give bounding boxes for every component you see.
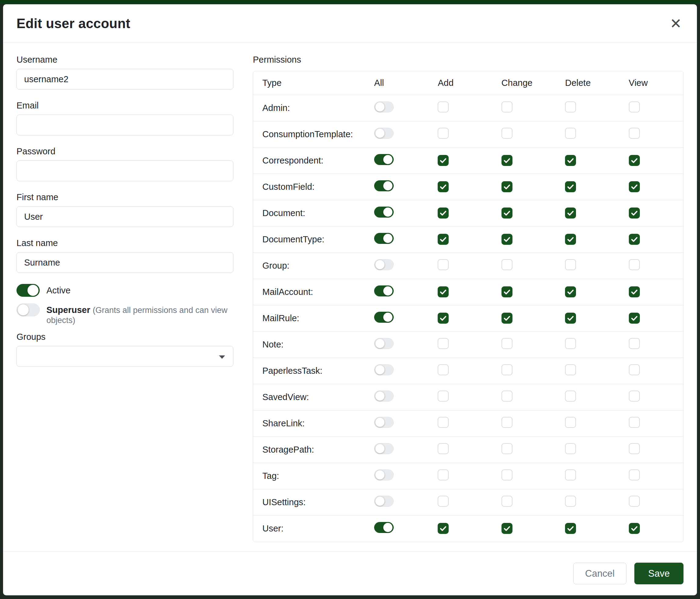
permission-view-checkbox[interactable]: [629, 234, 640, 245]
permission-all-toggle[interactable]: [374, 364, 394, 375]
permission-change-checkbox[interactable]: [501, 234, 512, 245]
permission-view-checkbox[interactable]: [629, 390, 640, 402]
permission-view-checkbox[interactable]: [629, 470, 640, 480]
permission-add-checkbox[interactable]: [438, 259, 449, 270]
permission-change-checkbox[interactable]: [501, 181, 512, 192]
permission-view-checkbox[interactable]: [629, 259, 640, 270]
active-toggle[interactable]: [17, 284, 40, 297]
permission-change-checkbox[interactable]: [501, 208, 512, 218]
superuser-toggle[interactable]: [17, 304, 40, 316]
permission-change-checkbox[interactable]: [501, 259, 512, 270]
permission-delete-checkbox[interactable]: [565, 338, 576, 349]
permission-view-checkbox[interactable]: [629, 181, 640, 192]
permission-add-checkbox[interactable]: [438, 234, 449, 245]
password-field[interactable]: [17, 161, 233, 181]
permission-all-toggle[interactable]: [374, 154, 394, 165]
permission-delete-checkbox[interactable]: [565, 259, 576, 270]
permission-change-checkbox[interactable]: [501, 496, 512, 507]
permission-change-checkbox[interactable]: [501, 128, 512, 139]
groups-select[interactable]: [17, 346, 233, 367]
permission-all-toggle[interactable]: [374, 259, 394, 270]
permission-add-checkbox[interactable]: [438, 364, 449, 375]
permission-all-toggle[interactable]: [374, 338, 394, 349]
permission-all-toggle[interactable]: [374, 180, 394, 191]
permission-change-checkbox[interactable]: [501, 338, 512, 349]
permission-all-toggle[interactable]: [374, 312, 394, 323]
permission-change-checkbox[interactable]: [501, 155, 512, 166]
permission-add-checkbox[interactable]: [438, 523, 449, 534]
last-name-field[interactable]: [17, 252, 233, 273]
permission-view-checkbox[interactable]: [629, 128, 640, 139]
permission-all-toggle[interactable]: [374, 417, 394, 428]
permission-delete-checkbox[interactable]: [565, 313, 576, 324]
username-input[interactable]: [17, 69, 233, 90]
permission-change-checkbox[interactable]: [501, 470, 512, 480]
permission-all-toggle[interactable]: [374, 128, 394, 139]
permission-view-checkbox[interactable]: [629, 313, 640, 324]
permission-delete-checkbox[interactable]: [565, 470, 576, 480]
permission-delete-checkbox[interactable]: [565, 286, 576, 297]
permission-view-checkbox[interactable]: [629, 155, 640, 166]
permission-delete-checkbox[interactable]: [565, 155, 576, 166]
permission-view-checkbox[interactable]: [629, 286, 640, 297]
permission-view-checkbox[interactable]: [629, 338, 640, 349]
email-field[interactable]: [17, 115, 233, 136]
permission-add-checkbox[interactable]: [438, 470, 449, 480]
permission-change-checkbox[interactable]: [501, 523, 512, 534]
permission-add-checkbox[interactable]: [438, 181, 449, 192]
permission-add-checkbox[interactable]: [438, 313, 449, 324]
permission-delete-checkbox[interactable]: [565, 523, 576, 534]
permission-change-checkbox[interactable]: [501, 417, 512, 428]
permission-view-checkbox[interactable]: [629, 364, 640, 375]
permission-change-checkbox[interactable]: [501, 364, 512, 375]
permission-add-checkbox[interactable]: [438, 128, 449, 139]
permission-all-toggle[interactable]: [374, 285, 394, 296]
permission-view-checkbox[interactable]: [629, 417, 640, 428]
close-icon[interactable]: ✕: [668, 15, 683, 32]
permission-add-checkbox[interactable]: [438, 155, 449, 166]
permission-all-toggle[interactable]: [374, 443, 394, 454]
permission-add-checkbox[interactable]: [438, 443, 449, 454]
permission-all-toggle[interactable]: [374, 101, 394, 113]
permission-all-toggle[interactable]: [374, 390, 394, 402]
permission-delete-checkbox[interactable]: [565, 496, 576, 507]
permission-delete-checkbox[interactable]: [565, 234, 576, 245]
first-name-field[interactable]: [17, 206, 233, 227]
permission-add-checkbox[interactable]: [438, 286, 449, 297]
permission-delete-checkbox[interactable]: [565, 417, 576, 428]
permission-view-checkbox[interactable]: [629, 496, 640, 507]
permission-add-checkbox[interactable]: [438, 208, 449, 218]
permission-delete-checkbox[interactable]: [565, 208, 576, 218]
permission-row: Document:: [253, 200, 683, 226]
permission-view-checkbox[interactable]: [629, 443, 640, 454]
cancel-button[interactable]: Cancel: [573, 562, 627, 584]
permission-delete-checkbox[interactable]: [565, 128, 576, 139]
permission-all-toggle[interactable]: [374, 207, 394, 218]
permission-delete-checkbox[interactable]: [565, 443, 576, 454]
permission-change-checkbox[interactable]: [501, 390, 512, 402]
save-button[interactable]: Save: [634, 562, 683, 584]
permission-delete-checkbox[interactable]: [565, 390, 576, 402]
permission-row: Note:: [253, 332, 683, 358]
permission-all-toggle[interactable]: [374, 233, 394, 244]
permission-add-checkbox[interactable]: [438, 417, 449, 428]
permission-all-toggle[interactable]: [374, 522, 394, 533]
permission-all-toggle[interactable]: [374, 496, 394, 507]
permission-change-cell: [492, 358, 556, 384]
permission-add-checkbox[interactable]: [438, 338, 449, 349]
permission-add-checkbox[interactable]: [438, 496, 449, 507]
permission-delete-checkbox[interactable]: [565, 101, 576, 113]
permission-delete-checkbox[interactable]: [565, 181, 576, 192]
permission-add-checkbox[interactable]: [438, 390, 449, 402]
permission-all-toggle[interactable]: [374, 470, 394, 480]
permission-change-checkbox[interactable]: [501, 443, 512, 454]
permission-view-checkbox[interactable]: [629, 208, 640, 218]
permission-view-checkbox[interactable]: [629, 523, 640, 534]
permission-add-checkbox[interactable]: [438, 101, 449, 113]
check-icon: [503, 209, 511, 217]
permission-change-checkbox[interactable]: [501, 286, 512, 297]
permission-delete-checkbox[interactable]: [565, 364, 576, 375]
permission-change-checkbox[interactable]: [501, 101, 512, 113]
permission-view-checkbox[interactable]: [629, 101, 640, 113]
permission-change-checkbox[interactable]: [501, 313, 512, 324]
